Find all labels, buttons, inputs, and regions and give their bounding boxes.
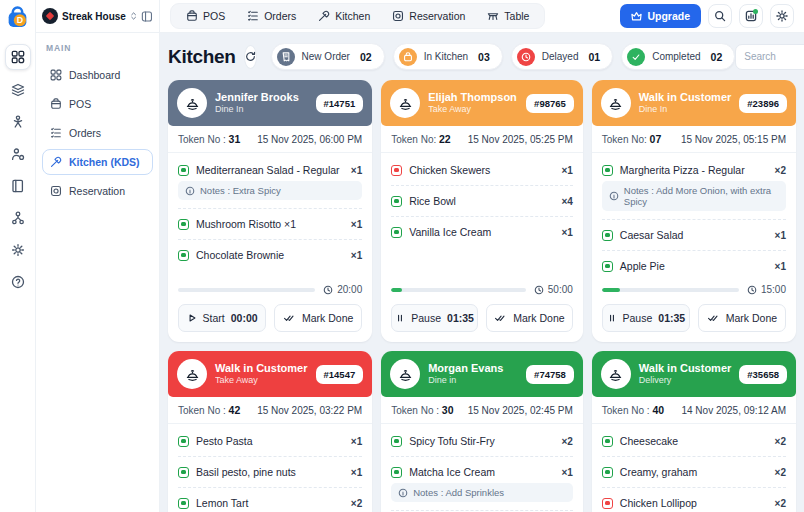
order-item: Lemon Tart ×2 xyxy=(178,493,362,512)
order-datetime: 15 Nov 2025, 05:15 PM xyxy=(681,134,786,145)
cloche-icon xyxy=(601,88,631,118)
table-icon xyxy=(487,10,499,22)
search-input[interactable] xyxy=(744,51,804,62)
search-box xyxy=(735,44,804,70)
tab-label: Reservation xyxy=(409,10,465,22)
clock-icon xyxy=(747,285,757,295)
mark-done-button[interactable]: Mark Done xyxy=(274,304,362,332)
veg-icon xyxy=(602,467,613,478)
token-number: Token No : 42 xyxy=(178,404,240,416)
sun-icon xyxy=(776,10,788,22)
order-card: Morgan Evans Dine in #74758 Token No : 3… xyxy=(381,351,583,512)
sidebar-item-kitchen[interactable]: Kitchen (KDS) xyxy=(42,149,153,175)
sidebar-section-label: MAIN xyxy=(46,43,153,53)
sidebar-item-reservation[interactable]: Reservation xyxy=(42,178,153,204)
order-id-badge: #23896 xyxy=(739,94,787,113)
item-name: Creamy, graham xyxy=(620,466,697,478)
order-card: Walk in Customer Take Away #14547 Token … xyxy=(168,351,372,512)
grid-icon xyxy=(50,69,62,81)
upgrade-button[interactable]: Upgrade xyxy=(620,4,701,28)
item-name: Chicken Lollipop xyxy=(620,497,697,509)
timer-duration: 15:00 xyxy=(747,284,786,295)
item-quantity: ×4 xyxy=(561,196,572,207)
non-veg-icon xyxy=(391,165,402,176)
item-quantity: ×2 xyxy=(775,467,786,478)
veg-icon xyxy=(391,467,402,478)
chevron-updown-icon xyxy=(130,11,137,21)
filter-completed[interactable]: Completed 02 xyxy=(621,43,735,70)
sidebar-item-orders[interactable]: Orders xyxy=(42,120,153,146)
workspace-switcher[interactable]: Streak House xyxy=(36,0,159,33)
customer-name: Jennifer Brooks xyxy=(215,90,299,104)
rail-help-button[interactable] xyxy=(6,270,30,294)
order-type: Delivery xyxy=(639,375,732,387)
upgrade-label: Upgrade xyxy=(647,10,690,22)
tab-orders[interactable]: Orders xyxy=(236,4,307,28)
sidebar-collapse-icon[interactable] xyxy=(141,10,153,23)
item-name: Lemon Tart xyxy=(196,497,248,509)
search-button[interactable] xyxy=(708,4,732,28)
item-name: Matcha Ice Cream xyxy=(409,466,495,478)
kitchen-page: Kitchen New Order 02 In Kitchen 03 Delay… xyxy=(160,33,804,512)
hierarchy-icon xyxy=(11,211,25,225)
sidebar-item-dashboard[interactable]: Dashboard xyxy=(42,62,153,88)
gear-icon xyxy=(11,243,25,257)
order-type: Dine In xyxy=(639,104,732,116)
order-id-badge: #98765 xyxy=(526,94,574,113)
sidebar: Streak House MAIN Dashboard POS Orders K… xyxy=(36,0,160,512)
tab-pos[interactable]: POS xyxy=(175,4,236,28)
order-item: Vanilla Ice Cream ×1 xyxy=(391,222,573,242)
filter-new-order[interactable]: New Order 02 xyxy=(271,43,385,70)
pause-button[interactable]: Pause01:35 xyxy=(602,304,690,332)
topbar: POS Orders Kitchen Reservation Table Upg… xyxy=(160,0,804,33)
order-type: Dine in xyxy=(428,375,503,387)
analytics-button[interactable] xyxy=(739,4,763,28)
rail-customers-button[interactable] xyxy=(6,142,30,166)
tab-kitchen[interactable]: Kitchen xyxy=(307,4,381,28)
order-datetime: 15 Nov 2025, 05:25 PM xyxy=(468,134,573,145)
filter-delayed[interactable]: Delayed 01 xyxy=(511,43,613,70)
tab-label: Table xyxy=(504,10,529,22)
order-card: Walk in Customer Dine In #23896 Token No… xyxy=(592,80,796,342)
order-item: Caesar Salad ×1 xyxy=(602,225,786,245)
refresh-button[interactable] xyxy=(244,45,257,69)
rail-settings-button[interactable] xyxy=(6,238,30,262)
item-quantity: ×1 xyxy=(351,250,362,261)
item-divider xyxy=(391,510,573,511)
item-quantity: ×1 xyxy=(561,467,572,478)
cloche-icon xyxy=(390,359,420,389)
svg-text:D: D xyxy=(17,15,24,25)
item-divider xyxy=(391,456,573,457)
item-quantity: ×1 xyxy=(351,219,362,230)
order-item: Cheesecake ×2 xyxy=(602,431,786,451)
user-gear-icon xyxy=(11,147,25,161)
order-type: Dine In xyxy=(215,104,299,116)
rail-menu-button[interactable] xyxy=(6,174,30,198)
tab-table[interactable]: Table xyxy=(476,4,540,28)
pause-button[interactable]: Pause01:35 xyxy=(391,304,478,332)
order-type: Take Away xyxy=(215,375,308,387)
item-quantity: ×1 xyxy=(351,436,362,447)
play-icon xyxy=(187,313,197,323)
sidebar-item-pos[interactable]: POS xyxy=(42,91,153,117)
rail-hierarchy-button[interactable] xyxy=(6,206,30,230)
item-name: Mushroom Risotto ×1 xyxy=(196,218,296,230)
reservation-icon xyxy=(392,10,404,22)
filter-in-kitchen[interactable]: In Kitchen 03 xyxy=(393,43,503,70)
order-datetime: 15 Nov 2025, 06:00 PM xyxy=(257,134,362,145)
page-title: Kitchen xyxy=(168,46,236,68)
theme-toggle-button[interactable] xyxy=(770,4,794,28)
mark-done-button[interactable]: Mark Done xyxy=(486,304,573,332)
item-quantity: ×2 xyxy=(775,498,786,509)
order-card-header: Jennifer Brooks Dine In #14751 xyxy=(168,80,372,126)
rail-dashboard-button[interactable] xyxy=(5,44,31,70)
token-number: Token No : 31 xyxy=(178,133,240,145)
order-card-header: Walk in Customer Dine In #23896 xyxy=(592,80,796,126)
tab-reservation[interactable]: Reservation xyxy=(381,4,476,28)
menu-book-icon xyxy=(11,179,25,193)
rail-staff-button[interactable] xyxy=(6,110,30,134)
non-veg-icon xyxy=(602,498,613,509)
start-button[interactable]: Start00:00 xyxy=(178,304,266,332)
rail-layers-button[interactable] xyxy=(6,78,30,102)
mark-done-button[interactable]: Mark Done xyxy=(698,304,786,332)
